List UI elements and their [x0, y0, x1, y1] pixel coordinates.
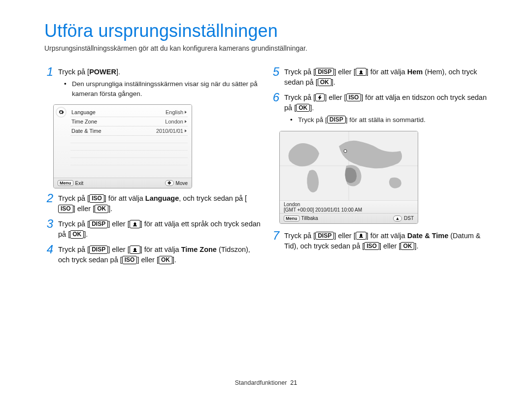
lcd-value: London — [165, 119, 183, 124]
disp-key: DISP — [327, 116, 346, 123]
text: ]. — [332, 78, 335, 86]
lcd-bar-text: Move — [176, 181, 188, 186]
ok-key: OK — [400, 242, 414, 250]
ok-key: OK — [70, 230, 84, 238]
step-6: 6 Tryck på [] eller [ISO] för att välja … — [270, 93, 488, 126]
ok-key: OK — [159, 256, 172, 264]
text: ] eller [ — [137, 256, 159, 264]
page-footer: Standardfunktioner 21 — [0, 379, 532, 386]
footer-label: Standardfunktioner — [235, 379, 287, 386]
right-column: 5 Tryck på [DISP] eller [] för att välja… — [270, 63, 488, 270]
bullet: Den ursprungliga inställningsskärmen vis… — [64, 79, 262, 98]
content-columns: 1 Tryck på [POWER]. Den ursprungliga ins… — [44, 63, 488, 270]
world-map-icon — [280, 131, 418, 200]
lcd-footer-bar: Menu Tillbaka ▲ DST — [280, 213, 418, 223]
text: ] för att välja — [366, 68, 407, 76]
hem-label: Hem — [407, 68, 423, 76]
step-body: Tryck på [] eller [ISO] för att välja en… — [284, 93, 488, 126]
text: ]. — [84, 230, 88, 238]
lcd-label: Time Zone — [71, 119, 97, 124]
map-city: London — [284, 202, 414, 207]
text: ]. — [172, 256, 176, 264]
menu-badge-icon: Menu — [58, 180, 73, 186]
footer-page-number: 21 — [290, 379, 297, 386]
macro-key — [356, 68, 366, 76]
step-number: 7 — [270, 230, 279, 242]
text: Tryck på [ — [58, 246, 89, 253]
iso-key: ISO — [58, 205, 73, 213]
step-4: 4 Tryck på [DISP] eller [] för att välja… — [44, 245, 262, 265]
step-number: 3 — [44, 218, 53, 230]
step-7: 7 Tryck på [DISP] eller [] för att välja… — [270, 231, 488, 251]
text: ] för att välja — [366, 232, 407, 240]
text: ] eller [ — [325, 93, 346, 101]
lcd-back: Menu Tillbaka — [284, 216, 318, 221]
menu-badge-icon: Menu — [284, 216, 299, 221]
text: ] eller [ — [73, 205, 95, 213]
step-number: 6 — [270, 92, 279, 103]
macro-key — [130, 220, 140, 228]
disp-key: DISP — [315, 68, 334, 76]
lcd-row-timezone: Time Zone London — [70, 117, 188, 126]
lcd-value: 2010/01/01 — [156, 128, 183, 134]
text: ] för att välja — [104, 194, 145, 202]
step-1: 1 Tryck på [POWER]. Den ursprungliga ins… — [44, 67, 262, 99]
lcd-bar-text: Tillbaka — [301, 216, 318, 221]
iso-key: ISO — [364, 242, 379, 250]
bullet-text: Den ursprungliga inställningsskärmen vis… — [72, 79, 262, 98]
text: , och tryck sedan på [ — [179, 194, 247, 202]
lcd-row-language: Language English — [70, 108, 188, 117]
map-gmt: [GMT +00:00] 2010/01/01 10:00 AM — [284, 207, 414, 213]
text: ] eller [ — [108, 246, 130, 253]
left-column: 1 Tryck på [POWER]. Den ursprungliga ins… — [44, 63, 262, 270]
text: Tryck på [ — [284, 232, 315, 240]
text: ]. — [116, 68, 120, 76]
macro-key — [130, 246, 140, 253]
text: ]. — [310, 104, 314, 112]
step-body: Tryck på [DISP] eller [] för att välja H… — [284, 67, 488, 88]
bullet: Tryck på [DISP] för att ställa in sommar… — [290, 115, 488, 125]
text: ] eller [ — [334, 68, 356, 76]
bullet-dot-icon — [290, 115, 294, 125]
lcd-label: Date & Time — [71, 128, 101, 134]
ok-key: OK — [95, 205, 108, 213]
text: ] eller [ — [108, 220, 130, 228]
manual-page: Utföra ursprungsinställningen Urpsrungsi… — [0, 0, 532, 401]
text: Tryck på [ — [284, 68, 315, 76]
text: Tryck på [ — [58, 68, 89, 76]
lcd-menu-list: Language English Time Zone London Date &… — [70, 108, 188, 165]
text: Tryck på [ — [298, 116, 327, 123]
step-body: Tryck på [DISP] eller [] för att välja e… — [58, 219, 262, 240]
bullet-dot-icon — [64, 79, 68, 98]
step-number: 4 — [44, 244, 53, 255]
lcd-bar-text: DST — [404, 216, 414, 221]
up-icon: ▲ — [393, 216, 402, 221]
text: Tryck på [ — [58, 194, 89, 202]
page-subtitle: Urpsrungsinställningsskärmen gör att du … — [44, 44, 488, 52]
datetime-label: Date & Time — [407, 232, 449, 240]
text: ]. — [108, 205, 112, 213]
lcd-value: English — [166, 109, 183, 115]
lcd-exit: Menu Exit — [58, 180, 83, 186]
text: ]. — [414, 242, 418, 250]
step-number: 2 — [44, 192, 53, 204]
disp-key: DISP — [315, 232, 334, 240]
gear-icon — [57, 108, 66, 117]
chevron-right-icon — [185, 129, 187, 132]
lcd-bar-text: Exit — [75, 181, 84, 186]
lcd-label: Language — [71, 109, 96, 115]
iso-key: ISO — [346, 93, 362, 101]
dpad-icon: ✥ — [165, 180, 174, 186]
timezone-label: Time Zone — [181, 246, 217, 253]
step-3: 3 Tryck på [DISP] eller [] för att välja… — [44, 219, 262, 240]
flash-key — [315, 93, 325, 101]
iso-key: ISO — [89, 194, 104, 202]
disp-key: DISP — [89, 246, 108, 253]
lcd-row-datetime: Date & Time 2010/01/01 — [70, 126, 188, 136]
chevron-right-icon — [185, 111, 187, 114]
step-body: Tryck på [DISP] eller [] för att välja D… — [284, 231, 488, 251]
step-body: Tryck på [DISP] eller [] för att välja T… — [58, 245, 262, 265]
step-number: 5 — [270, 66, 279, 78]
text: ] för att ställa in sommartid. — [346, 116, 426, 123]
text: ] för att välja — [140, 246, 181, 253]
